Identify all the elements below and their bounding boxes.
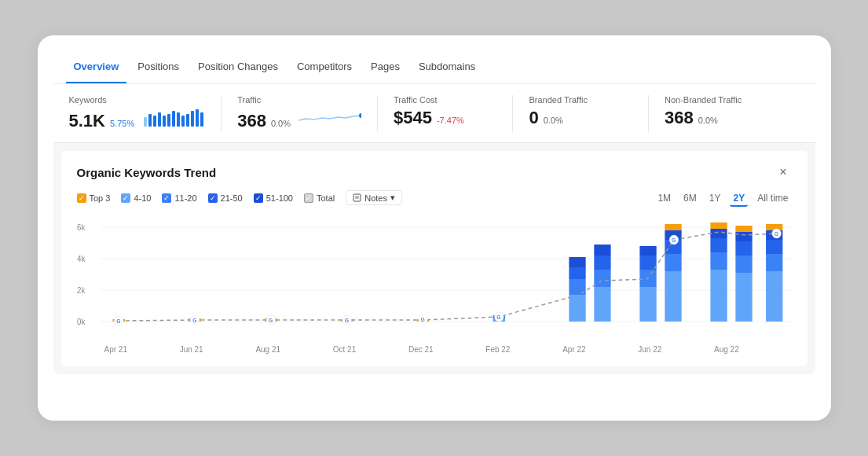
traffic-mini-chart: [298, 108, 361, 127]
svg-rect-37: [594, 270, 610, 287]
legend-21-50-label: 21-50: [221, 193, 243, 203]
keywords-mini-chart: [142, 108, 205, 127]
svg-rect-58: [735, 226, 752, 232]
svg-text:G: G: [116, 318, 120, 324]
time-1m[interactable]: 1M: [654, 191, 674, 207]
metric-cost-label: Traffic Cost: [394, 95, 497, 105]
legend-total-label: Total: [317, 193, 335, 203]
tab-positions[interactable]: Positions: [130, 51, 187, 83]
close-button[interactable]: ×: [775, 164, 791, 181]
svg-rect-44: [665, 271, 681, 322]
inner-panel: Overview Positions Position Changes Comp…: [53, 51, 815, 374]
notes-chevron: ▾: [390, 193, 395, 203]
svg-rect-56: [735, 241, 752, 256]
svg-rect-9: [186, 114, 189, 127]
metric-cost-change: -7.47%: [437, 116, 464, 125]
svg-text:4k: 4k: [77, 255, 85, 263]
svg-rect-39: [594, 245, 610, 256]
legend-11-20-checkbox: ✓: [162, 193, 171, 203]
svg-text:G: G: [774, 231, 778, 237]
metrics-row: Keywords 5.1K 5.75%: [53, 84, 815, 143]
metric-traffic-cost: Traffic Cost $545 -7.47%: [394, 95, 514, 131]
svg-rect-5: [167, 114, 170, 127]
svg-rect-38: [594, 256, 610, 270]
legend-total-checkbox: ✓: [304, 193, 313, 203]
metric-nonbranded: Non-Branded Traffic 368 0.0%: [665, 95, 784, 131]
svg-text:6k: 6k: [77, 223, 85, 232]
metric-keywords-change: 5.75%: [110, 119, 134, 128]
svg-rect-52: [710, 229, 727, 238]
time-1y[interactable]: 1Y: [706, 191, 724, 207]
metric-traffic-value: 368: [237, 111, 266, 131]
svg-rect-55: [735, 256, 752, 273]
svg-text:G: G: [496, 314, 500, 320]
legend-21-50-checkbox: ✓: [208, 193, 218, 203]
tab-competitors[interactable]: Competitors: [289, 51, 360, 83]
svg-rect-11: [196, 109, 199, 127]
notes-button[interactable]: Notes ▾: [346, 190, 402, 205]
legend-row: ✓ Top 3 ✓ 4-10 ✓ 11-20 ✓ 21-50: [77, 190, 403, 205]
legend-top3-checkbox: ✓: [77, 193, 86, 203]
svg-rect-48: [665, 224, 681, 230]
tab-position-changes[interactable]: Position Changes: [190, 51, 286, 83]
metric-branded: Branded Traffic 0 0.0%: [529, 95, 649, 131]
svg-rect-51: [710, 238, 727, 252]
metric-branded-change: 0.0%: [544, 116, 563, 125]
svg-rect-3: [158, 112, 161, 127]
svg-rect-54: [735, 273, 752, 322]
svg-rect-42: [639, 256, 656, 270]
legend-4-10-label: 4-10: [134, 193, 151, 203]
chart-section: Organic Keywords Trend × ✓ Top 3 ✓ 4-10 …: [61, 151, 808, 366]
legend-11-20[interactable]: ✓ 11-20: [162, 193, 196, 203]
metric-keywords-label: Keywords: [69, 95, 206, 105]
x-label-aug22: Aug 22: [714, 345, 739, 354]
time-alltime[interactable]: All time: [754, 191, 791, 207]
svg-rect-7: [177, 112, 180, 127]
x-label-jun21: Jun 21: [180, 345, 203, 354]
svg-rect-34: [569, 267, 585, 279]
svg-rect-53: [710, 222, 727, 229]
legend-21-50[interactable]: ✓ 21-50: [208, 193, 243, 203]
chart-title: Organic Keywords Trend: [77, 166, 217, 179]
tab-pages[interactable]: Pages: [363, 51, 408, 83]
svg-text:G: G: [268, 318, 272, 323]
metric-branded-value: 0: [529, 108, 538, 128]
chart-area: 6k 4k 2k 0k: [77, 216, 792, 342]
legend-4-10[interactable]: ✓ 4-10: [121, 193, 151, 203]
metric-traffic: Traffic 368 0.0%: [237, 95, 378, 131]
x-label-dec21: Dec 21: [408, 345, 434, 354]
svg-rect-6: [172, 111, 175, 127]
svg-rect-59: [766, 271, 782, 322]
x-label-aug21: Aug 21: [255, 345, 280, 354]
metric-keywords-value: 5.1K: [69, 111, 105, 131]
svg-rect-40: [639, 287, 656, 322]
time-2y[interactable]: 2Y: [730, 191, 748, 207]
time-6m[interactable]: 6M: [680, 191, 700, 207]
svg-rect-49: [710, 270, 727, 322]
metric-traffic-change: 0.0%: [271, 119, 291, 128]
legend-4-10-checkbox: ✓: [121, 193, 130, 203]
legend-51-100[interactable]: ✓ 51-100: [254, 193, 293, 203]
svg-text:G: G: [672, 237, 676, 243]
metric-cost-value: $545: [394, 108, 432, 128]
metric-branded-label: Branded Traffic: [529, 95, 632, 105]
legend-top3[interactable]: ✓ Top 3: [77, 193, 111, 203]
tab-subdomains[interactable]: Subdomains: [411, 51, 483, 83]
svg-text:2k: 2k: [77, 286, 85, 295]
x-axis-labels: Apr 21 Jun 21 Aug 21 Oct 21 Dec 21 Feb 2…: [77, 342, 792, 354]
svg-rect-4: [163, 116, 166, 127]
chart-header: Organic Keywords Trend ×: [77, 164, 792, 181]
x-label-jun22: Jun 22: [638, 345, 661, 354]
legend-top3-label: Top 3: [90, 193, 111, 203]
tab-overview[interactable]: Overview: [66, 51, 127, 83]
svg-rect-57: [735, 232, 752, 241]
legend-total[interactable]: ✓ Total: [304, 193, 335, 203]
svg-rect-0: [144, 117, 147, 127]
svg-rect-61: [766, 240, 782, 254]
nav-tabs: Overview Positions Position Changes Comp…: [53, 51, 815, 84]
notes-label: Notes: [364, 193, 387, 203]
svg-rect-35: [569, 257, 585, 267]
x-label-oct21: Oct 21: [333, 345, 356, 354]
svg-text:G: G: [344, 318, 348, 323]
time-range-row: 1M 6M 1Y 2Y All time: [654, 191, 791, 207]
